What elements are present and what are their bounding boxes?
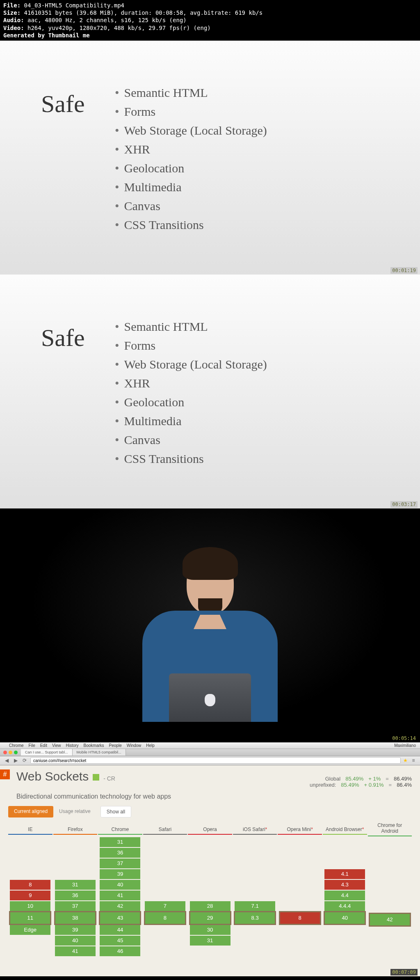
version-cell[interactable]: 43 [100,912,140,924]
version-cell [280,936,320,946]
version-cell [370,860,410,870]
address-input[interactable] [30,757,401,764]
list-item: Geolocation [115,161,387,175]
version-cell[interactable]: 45 [100,936,140,946]
maximize-icon[interactable] [14,751,18,754]
version-cell[interactable]: 42 [370,914,410,926]
version-cell[interactable]: 31 [190,936,231,946]
safe-feature-list: Semantic HTML Forms Web Storage (Local S… [115,320,387,466]
back-button[interactable]: ◀ [3,758,10,763]
version-cell[interactable]: 36 [55,891,96,900]
spec-status: - CR [103,775,115,782]
close-icon[interactable] [3,751,7,754]
version-cell[interactable]: 11 [10,912,50,924]
window-controls[interactable] [0,751,21,754]
version-cell [10,837,50,847]
version-cell[interactable]: 8.3 [235,912,275,924]
version-cell[interactable]: 4.4.4 [324,901,365,911]
browser-column: Chrome for Android42 [368,821,412,958]
version-cell [370,937,410,947]
version-cell[interactable]: 40 [55,936,96,946]
menu-icon[interactable]: ≡ [410,758,417,763]
safe-feature-list: Semantic HTML Forms Web Storage (Local S… [115,86,387,232]
version-cell[interactable]: 40 [324,912,365,924]
version-cell[interactable]: 28 [190,901,231,911]
version-cell [370,882,410,891]
browser-column: Android Browser *4.14.34.44.4.440 [323,821,367,958]
version-cell[interactable]: 31 [100,837,140,847]
version-cell[interactable]: 9 [10,891,50,900]
version-cell [235,837,275,847]
version-cell [235,925,275,935]
version-cell[interactable]: 4.1 [324,869,365,879]
version-cell[interactable]: 8 [145,912,185,924]
version-cell [145,880,185,890]
version-cell [55,848,96,858]
browser-name: iOS Safari * [233,821,277,835]
laptop [169,673,251,727]
hash-icon[interactable]: # [0,769,10,779]
version-cell[interactable]: Edge [10,925,50,935]
menu-item[interactable]: Window [127,743,142,748]
browser-name: Android Browser * [323,821,367,835]
version-cell[interactable]: 41 [100,891,140,900]
tab-show-all[interactable]: Show all [100,806,131,817]
version-cell [280,880,320,890]
version-cell[interactable]: 41 [55,946,96,956]
menu-item[interactable]: Chrome [9,743,24,748]
forward-button[interactable]: ▶ [12,758,19,763]
version-cell [370,903,410,913]
version-cell[interactable]: 30 [190,925,231,935]
version-cell [280,891,320,900]
version-cell[interactable]: 31 [55,880,96,890]
version-cell[interactable]: 7.1 [235,901,275,911]
version-cell [370,871,410,881]
slide-title: Safe [41,324,85,352]
timestamp: 00:01:19 [390,267,418,274]
version-cell[interactable]: 42 [100,901,140,911]
version-cell[interactable]: 10 [10,901,50,911]
feature-description: Bidirectional communication technology f… [16,793,412,800]
version-cell[interactable]: 29 [190,912,231,924]
slide-safe-1: Safe Semantic HTML Forms Web Storage (Lo… [0,41,420,275]
version-cell[interactable]: 8 [280,912,320,924]
menu-item[interactable]: Edit [40,743,47,748]
version-cell[interactable]: 44 [100,925,140,935]
version-cell[interactable]: 37 [100,859,140,868]
reload-button[interactable]: ⟳ [21,758,28,763]
version-cell [324,925,365,935]
version-cell[interactable]: 39 [55,925,96,935]
version-cell[interactable]: 7 [145,901,185,911]
version-cell[interactable]: 39 [100,869,140,879]
version-cell [370,839,410,849]
browser-tab[interactable]: Mobile HTML5 compatibil... [73,749,126,756]
menu-item[interactable]: Help [146,743,155,748]
tab-bar: Can I use... Support tabl... Mobile HTML… [0,749,420,756]
browser-tab[interactable]: Can I use... Support tabl... [21,749,73,756]
browser-column: IE891011Edge [8,821,52,958]
version-cell [370,927,410,936]
list-item: CSS Transitions [115,452,387,466]
menu-item[interactable]: History [66,743,78,748]
menu-item[interactable]: View [52,743,61,748]
menu-item[interactable]: File [29,743,35,748]
browser-column: iOS Safari *7.18.3 [233,821,277,958]
tab-usage-relative[interactable]: Usage relative [53,806,96,817]
tab-current-aligned[interactable]: Current aligned [8,806,53,817]
version-cell[interactable]: 4.3 [324,880,365,890]
version-cell[interactable]: 36 [100,848,140,858]
version-cell[interactable]: 4.4 [324,891,365,900]
version-cell [235,891,275,900]
list-item: Multimedia [115,180,387,194]
version-cell[interactable]: 8 [10,880,50,890]
version-cell[interactable]: 40 [100,880,140,890]
list-item: Geolocation [115,395,387,409]
menu-item[interactable]: People [109,743,122,748]
version-cell[interactable]: 46 [100,946,140,956]
version-cell[interactable]: 38 [55,912,96,924]
minimize-icon[interactable] [9,751,12,754]
version-cell [235,859,275,868]
menu-item[interactable]: Bookmarks [84,743,104,748]
version-cell[interactable]: 37 [55,901,96,911]
bookmark-icon[interactable]: ★ [403,758,408,763]
